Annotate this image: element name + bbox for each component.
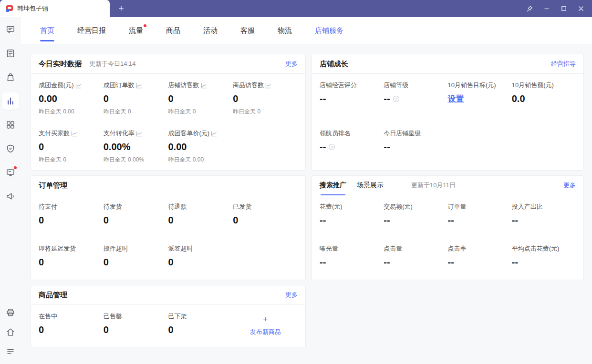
set-sales-target-link[interactable]: 设置 (448, 93, 512, 105)
metric-value: 0 (168, 324, 233, 336)
sidebar-item-marketing[interactable] (2, 164, 19, 181)
metric-value: -- (512, 256, 576, 268)
updated-time: 更新于10月11日 (411, 181, 456, 190)
billboard-icon (6, 168, 15, 177)
metric-label: 领航员排名 (320, 130, 351, 137)
tab-label: 店铺服务 (315, 26, 343, 35)
metric-cell: 店铺访客数 0 昨日全天 0 (168, 81, 233, 115)
more-link[interactable]: 更多 (563, 181, 576, 190)
publish-product-label: 发布新商品 (250, 328, 281, 336)
metric-cell: 支付转化率 0.00% 昨日全天 0.00% (104, 130, 168, 163)
sidebar-item-messages[interactable] (2, 21, 19, 38)
metric-label: 已售罄 (104, 313, 122, 320)
metric-label: 订单量 (448, 203, 467, 211)
pin-icon[interactable] (522, 2, 537, 15)
sidebar-item-menu[interactable] (2, 345, 19, 358)
metric-yesterday: 昨日全天 0 (233, 108, 298, 115)
metric-label: 待退款 (168, 203, 187, 211)
tab-scene-display[interactable]: 场景展示 (357, 176, 384, 195)
metric-value: 0 (104, 93, 168, 105)
tab-daily-report[interactable]: 经营日报 (77, 17, 106, 44)
sidebar-item-daily-report[interactable] (2, 45, 19, 62)
sidebar (0, 17, 21, 364)
help-icon[interactable] (393, 96, 399, 102)
sidebar-bottom (2, 306, 19, 358)
home-icon (6, 327, 15, 337)
help-icon[interactable] (329, 144, 335, 150)
tab-home[interactable]: 首页 (40, 17, 54, 44)
new-tab-button[interactable]: + (114, 2, 128, 15)
metric-cell: 10月销售额(元) 0.0 (512, 81, 576, 115)
tab-label: 经营日报 (77, 26, 106, 35)
metric-yesterday: 昨日全天 0.00 (168, 156, 233, 163)
sidebar-item-home[interactable] (2, 325, 19, 339)
metric-value: -- (512, 214, 576, 226)
metric-label: 已发货 (233, 203, 251, 211)
publish-product-button[interactable]: + 发布新商品 (233, 313, 298, 336)
close-icon[interactable] (574, 2, 588, 15)
metric-cell: 成团金额(元) 0.00 昨日全天 0.00 (39, 81, 104, 115)
maximize-icon[interactable] (557, 2, 571, 15)
metric-value: 0 (39, 324, 104, 336)
more-link[interactable]: 更多 (285, 60, 298, 68)
metric-value: -- (448, 256, 512, 268)
metric-cell: 即将延迟发货 0 (39, 245, 104, 268)
metric-value: -- (384, 256, 447, 268)
metric-cell: 10月销售目标(元) 设置 (448, 81, 512, 115)
metric-cell: 待退款 0 (168, 203, 233, 226)
grid-icon (6, 120, 15, 130)
more-link[interactable]: 更多 (285, 291, 298, 299)
metric-label: 投入产出比 (512, 203, 543, 211)
tab-products[interactable]: 商品 (166, 17, 180, 44)
tab-label: 活动 (203, 26, 218, 35)
metric-yesterday: 昨日全天 0 (39, 156, 104, 163)
metric-yesterday: 昨日全天 0.00% (104, 156, 168, 163)
tab-customer-service[interactable]: 客服 (240, 17, 255, 44)
metric-label: 平均点击花费(元) (512, 245, 560, 253)
card-title: 今日实时数据 (39, 60, 82, 69)
sidebar-item-apps[interactable] (2, 116, 19, 133)
sidebar-item-security[interactable] (2, 140, 19, 157)
metric-value: 0.00 (168, 141, 233, 153)
document-icon (6, 49, 15, 58)
metric-yesterday: 昨日全天 0.00 (39, 108, 104, 115)
metric-value: 0 (104, 256, 168, 268)
sidebar-item-orders[interactable] (2, 69, 19, 86)
sidebar-item-announcements[interactable] (2, 188, 19, 205)
metric-label: 商品访客数 (233, 81, 264, 89)
sidebar-item-data[interactable] (2, 92, 19, 110)
metric-label: 店铺访客数 (168, 81, 199, 89)
minimize-icon[interactable] (540, 2, 554, 15)
metric-cell: 平均点击花费(元) -- (512, 245, 576, 268)
metric-label: 点击率 (448, 245, 467, 253)
tab-traffic[interactable]: 流量 (129, 17, 143, 44)
tab-label: 流量 (129, 26, 143, 35)
metric-value: 0 (39, 256, 104, 268)
tab-shop-services[interactable]: 店铺服务 (315, 17, 343, 44)
tab-activities[interactable]: 活动 (203, 17, 218, 44)
business-guide-link[interactable]: 经营指导 (551, 60, 576, 68)
metric-value: -- (320, 141, 326, 153)
metric-label: 店铺等级 (384, 81, 408, 89)
window-tab[interactable]: 韩坤包子铺 (0, 0, 110, 17)
metric-label: 交易额(元) (384, 203, 413, 211)
megaphone-icon (6, 192, 15, 201)
metric-label: 成团订单数 (104, 81, 135, 89)
metric-label: 派签超时 (168, 245, 193, 253)
metric-value: -- (384, 93, 390, 105)
tab-logistics[interactable]: 物流 (278, 17, 292, 44)
tab-search-promotion[interactable]: 搜索推广 (320, 176, 346, 195)
metric-label: 支付买家数 (39, 130, 70, 137)
metric-cell: 支付买家数 0 昨日全天 0 (39, 130, 104, 163)
card-title: 订单管理 (39, 181, 67, 190)
metric-label: 花费(元) (320, 203, 343, 211)
printer-icon (6, 308, 15, 317)
metric-cell: 点击率 -- (448, 245, 512, 268)
metric-label: 10月销售额(元) (512, 81, 554, 89)
metric-cell: 投入产出比 -- (512, 203, 576, 226)
tab-label: 客服 (240, 26, 255, 35)
metric-label: 待支付 (39, 203, 57, 211)
trend-chart-icon (265, 82, 271, 89)
sidebar-item-print[interactable] (2, 306, 19, 319)
metric-label: 今日店铺星级 (384, 130, 421, 137)
